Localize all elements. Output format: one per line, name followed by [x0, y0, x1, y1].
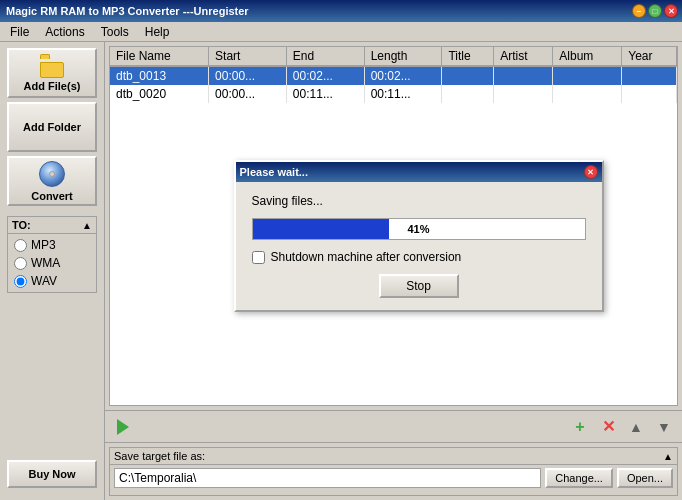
dialog-overlay: Please wait... ✕ Saving files... 41% Shu…: [170, 77, 667, 395]
col-title: Title: [442, 47, 494, 66]
table-cell: [553, 85, 622, 103]
close-button[interactable]: ✕: [664, 4, 678, 18]
convert-icon: [37, 160, 67, 188]
table-cell: [494, 85, 553, 103]
up-arrow-icon: ▲: [629, 419, 643, 435]
table-cell: [442, 85, 494, 103]
radio-wma[interactable]: WMA: [14, 256, 90, 270]
target-input-row: Change... Open...: [110, 465, 677, 491]
table-row[interactable]: dtb_001300:00...00:02...00:02...: [110, 66, 677, 85]
col-filename: File Name: [110, 47, 209, 66]
buy-now-button[interactable]: Buy Now: [7, 460, 97, 488]
x-icon: ✕: [602, 417, 615, 436]
table-cell: [553, 66, 622, 85]
table-cell: 00:02...: [364, 66, 442, 85]
radio-wav[interactable]: WAV: [14, 274, 90, 288]
table-cell: dtb_0013: [110, 66, 209, 85]
menu-help[interactable]: Help: [139, 23, 176, 41]
title-bar: Magic RM RAM to MP3 Converter ---Unregis…: [0, 0, 682, 22]
dialog-title: Please wait...: [240, 166, 308, 178]
table-row[interactable]: dtb_002000:00...00:11...00:11...: [110, 85, 677, 103]
bottom-section: Save target file as: ▲ Change... Open...: [105, 442, 682, 500]
table-cell: 00:11...: [364, 85, 442, 103]
table-cell: [622, 85, 677, 103]
dialog-close-button[interactable]: ✕: [584, 165, 598, 179]
dialog-status-text: Saving files...: [252, 194, 586, 208]
shutdown-checkbox-row: Shutdown machine after conversion: [252, 250, 586, 264]
add-files-button[interactable]: Add File(s): [7, 48, 97, 98]
to-header: TO: ▲: [8, 217, 96, 234]
move-down-button[interactable]: ▼: [652, 415, 676, 439]
menu-actions[interactable]: Actions: [39, 23, 90, 41]
minimize-button[interactable]: −: [632, 4, 646, 18]
play-icon: [117, 419, 129, 435]
col-start: Start: [209, 47, 287, 66]
file-table: File Name Start End Length Title Artist …: [110, 47, 677, 103]
maximize-button[interactable]: □: [648, 4, 662, 18]
radio-mp3[interactable]: MP3: [14, 238, 90, 252]
col-album: Album: [553, 47, 622, 66]
move-up-button[interactable]: ▲: [624, 415, 648, 439]
menu-file[interactable]: File: [4, 23, 35, 41]
collapse-icon[interactable]: ▲: [82, 220, 92, 231]
stop-row: Stop: [252, 274, 586, 298]
table-cell: 00:11...: [286, 85, 364, 103]
progress-label: 41%: [253, 219, 585, 239]
format-radio-group: MP3 WMA WAV: [8, 234, 96, 292]
table-cell: 00:02...: [286, 66, 364, 85]
table-cell: 00:00...: [209, 66, 287, 85]
col-length: Length: [364, 47, 442, 66]
add-track-button[interactable]: +: [568, 415, 592, 439]
progress-dialog: Please wait... ✕ Saving files... 41% Shu…: [234, 160, 604, 312]
progress-bar-container: 41%: [252, 218, 586, 240]
menu-tools[interactable]: Tools: [95, 23, 135, 41]
col-artist: Artist: [494, 47, 553, 66]
change-button[interactable]: Change...: [545, 468, 613, 488]
table-cell: 00:00...: [209, 85, 287, 103]
file-toolbar: + ✕ ▲ ▼: [105, 410, 682, 442]
table-cell: [442, 66, 494, 85]
dialog-title-bar: Please wait... ✕: [236, 162, 602, 182]
window-title: Magic RM RAM to MP3 Converter ---Unregis…: [6, 5, 249, 17]
play-button[interactable]: [111, 415, 135, 439]
shutdown-label: Shutdown machine after conversion: [271, 250, 462, 264]
file-list-container: File Name Start End Length Title Artist …: [109, 46, 678, 406]
target-path-input[interactable]: [114, 468, 541, 488]
shutdown-checkbox[interactable]: [252, 251, 265, 264]
down-arrow-icon: ▼: [657, 419, 671, 435]
table-cell: [494, 66, 553, 85]
add-files-icon: [38, 54, 66, 78]
table-cell: dtb_0020: [110, 85, 209, 103]
plus-icon: +: [575, 418, 584, 436]
target-header: Save target file as: ▲: [110, 448, 677, 465]
dialog-body: Saving files... 41% Shutdown machine aft…: [236, 182, 602, 310]
menu-bar: File Actions Tools Help: [0, 22, 682, 42]
sidebar: Add File(s) Add Folder Convert TO: ▲: [0, 42, 105, 500]
to-section: TO: ▲ MP3 WMA WAV: [7, 216, 97, 293]
target-group: Save target file as: ▲ Change... Open...: [109, 447, 678, 496]
convert-button[interactable]: Convert: [7, 156, 97, 206]
window-controls: − □ ✕: [632, 4, 678, 18]
content-area: File Name Start End Length Title Artist …: [105, 42, 682, 500]
main-layout: Add File(s) Add Folder Convert TO: ▲: [0, 42, 682, 500]
remove-track-button[interactable]: ✕: [596, 415, 620, 439]
target-label: Save target file as:: [114, 450, 205, 462]
add-folder-button[interactable]: Add Folder: [7, 102, 97, 152]
col-end: End: [286, 47, 364, 66]
stop-button[interactable]: Stop: [379, 274, 459, 298]
col-year: Year: [622, 47, 677, 66]
table-cell: [622, 66, 677, 85]
target-collapse-icon[interactable]: ▲: [663, 451, 673, 462]
open-button[interactable]: Open...: [617, 468, 673, 488]
